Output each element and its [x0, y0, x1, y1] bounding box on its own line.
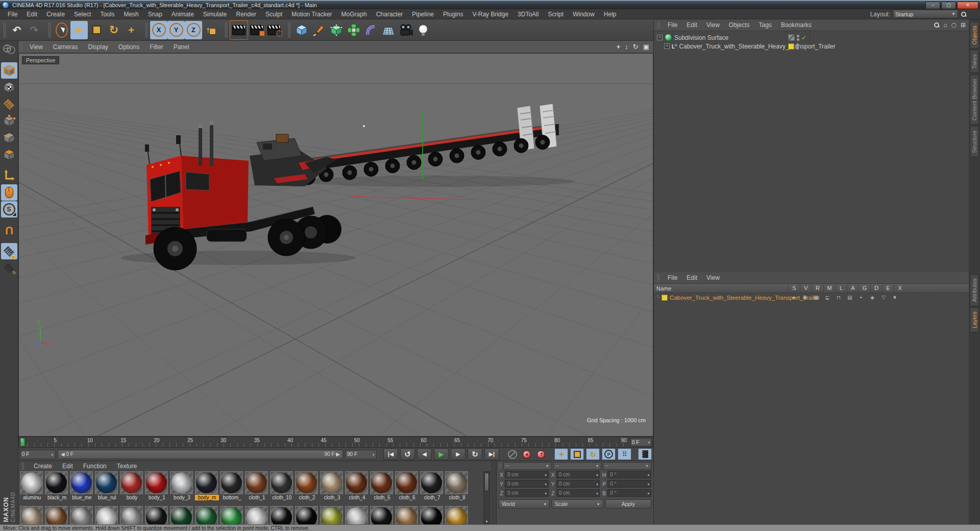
coordinate-system-icon[interactable]: ↑: [202, 21, 219, 39]
tab-structure[interactable]: Structure: [970, 126, 979, 157]
material-row2-4[interactable]: [120, 506, 144, 525]
menu-item-pipeline[interactable]: Pipeline: [407, 10, 438, 19]
menu-item-snap[interactable]: Snap: [143, 10, 167, 19]
material-body-3[interactable]: body_3: [170, 471, 194, 505]
previous-frame-icon[interactable]: ◀: [417, 448, 432, 460]
material-cloth-7[interactable]: cloth_7: [420, 471, 444, 505]
mat-menu-item-texture[interactable]: Texture: [112, 462, 142, 470]
vp-menu-item-display[interactable]: Display: [83, 42, 113, 52]
size-y-field[interactable]: 0 cm▲▼: [556, 480, 600, 488]
visibility-dots-icon[interactable]: [797, 35, 799, 41]
range-end-field[interactable]: 90 F▲▼: [345, 450, 377, 459]
record-rotation-icon[interactable]: ↻: [586, 448, 600, 460]
minimize-button[interactable]: –: [925, 2, 940, 9]
next-frame-icon[interactable]: ▶: [451, 448, 465, 460]
edges-mode-icon[interactable]: [1, 130, 17, 146]
lock-x-axis-icon[interactable]: X: [150, 21, 167, 39]
range-start-field[interactable]: 0 F▲▼: [20, 450, 56, 459]
enabled-check-icon[interactable]: ✓: [801, 34, 806, 41]
material-cloth-4[interactable]: cloth_4: [345, 471, 369, 505]
menu-item-plugins[interactable]: Plugins: [438, 10, 468, 19]
material-cloth-8[interactable]: cloth_8: [445, 471, 469, 505]
tab-attributes[interactable]: Attributes: [970, 274, 979, 306]
scale-tool-icon[interactable]: [88, 21, 105, 39]
vp-menu-item-panel[interactable]: Panel: [168, 42, 194, 52]
lock-y-axis-icon[interactable]: Y: [167, 21, 185, 39]
light-icon[interactable]: [414, 21, 432, 39]
layer-view-icon[interactable]: ◉: [799, 293, 811, 302]
menu-item-create[interactable]: Create: [42, 10, 69, 19]
viewport-pan-icon[interactable]: +: [617, 43, 621, 50]
keyframe-presets-icon[interactable]: [638, 448, 652, 460]
layer-generators-icon[interactable]: +: [855, 293, 867, 302]
position-x-field[interactable]: 0 cm▲▼: [505, 471, 549, 478]
rotation-h-field[interactable]: 0 °▲▼: [607, 471, 651, 478]
name-column-header[interactable]: Name: [656, 285, 671, 292]
lm-menu-item-view[interactable]: View: [702, 273, 724, 282]
menu-item-file[interactable]: File: [3, 10, 22, 19]
title-bar[interactable]: CINEMA 4D R17.016 Studio (R17) - [Cabove…: [0, 0, 980, 9]
om-search-icon[interactable]: [934, 22, 940, 28]
material-cloth-10[interactable]: cloth_10: [270, 471, 294, 505]
material-row2-17[interactable]: [445, 506, 469, 525]
material-aluminu[interactable]: aluminu: [20, 471, 44, 505]
next-key-icon[interactable]: ↻: [468, 448, 482, 460]
material-body[interactable]: body: [120, 471, 144, 505]
material-cloth-1[interactable]: cloth_1: [245, 471, 269, 505]
om-menu-item-edit[interactable]: Edit: [682, 20, 702, 30]
deformers-icon[interactable]: [362, 21, 380, 39]
layer-manager-icon[interactable]: ⊑: [822, 293, 833, 302]
object-row-cabover-truck[interactable]: + L0 Cabover_Truck_with_Steerable_Heavy_…: [654, 42, 969, 51]
add-cube-icon[interactable]: [293, 21, 310, 39]
menu-item-v-ray-bridge[interactable]: V-Ray Bridge: [468, 10, 513, 19]
draw-spline-icon[interactable]: [310, 21, 328, 39]
material-blue-rul[interactable]: blue_rul: [95, 471, 119, 505]
om-add-icon[interactable]: ⊞: [961, 21, 966, 29]
visibility-dots-icon[interactable]: [796, 43, 799, 50]
menu-item-window[interactable]: Window: [568, 10, 599, 19]
workplane-orientation-icon[interactable]: ↻: [1, 260, 17, 276]
polygons-mode-icon[interactable]: [1, 147, 17, 163]
coordinate-space-select[interactable]: World▼: [499, 499, 550, 509]
material-row2-0[interactable]: [20, 506, 44, 525]
maximize-button[interactable]: ▢: [941, 2, 956, 9]
expand-icon[interactable]: +: [657, 35, 663, 40]
recent-tool-icon[interactable]: +: [122, 21, 140, 39]
material-row2-7[interactable]: [195, 506, 219, 525]
material-cloth-3[interactable]: cloth_3: [320, 471, 344, 505]
camera-icon[interactable]: [397, 21, 414, 39]
menu-item-render[interactable]: Render: [232, 10, 261, 19]
view-label[interactable]: Perspective: [22, 56, 59, 64]
menu-item-3dtoall[interactable]: 3DToAll: [513, 10, 543, 19]
om-menu-item-file[interactable]: File: [663, 20, 682, 30]
om-path-up-icon[interactable]: ⌂: [944, 21, 947, 29]
object-row-subdivision-surface[interactable]: + Subdivision Surface ✓: [654, 33, 969, 42]
coord-header-3[interactable]: --▼: [603, 462, 651, 470]
menu-item-animate[interactable]: Animate: [167, 10, 199, 19]
redo-icon[interactable]: ↷: [26, 21, 43, 39]
object-name[interactable]: Cabover_Truck_with_Steerable_Heavy_Trans…: [679, 43, 836, 50]
lock-z-axis-icon[interactable]: Z: [185, 21, 202, 39]
material-row2-10[interactable]: [270, 506, 294, 525]
material-cloth-2[interactable]: cloth_2: [295, 471, 319, 505]
coord-header-2[interactable]: --▼: [553, 462, 602, 470]
autokey-help-icon[interactable]: ?: [535, 449, 547, 460]
mat-menu-item-edit[interactable]: Edit: [57, 462, 78, 470]
vp-menu-item-options[interactable]: Options: [113, 42, 144, 52]
layer-render-icon[interactable]: ▦: [811, 293, 822, 302]
layer-color-icon[interactable]: [788, 43, 794, 50]
rotate-tool-icon[interactable]: ↻: [105, 21, 122, 39]
make-editable-icon[interactable]: [1, 41, 17, 58]
menu-item-simulate[interactable]: Simulate: [199, 10, 232, 19]
generators-icon[interactable]: [345, 21, 362, 39]
material-row2-13[interactable]: [345, 506, 369, 525]
material-row2-16[interactable]: [420, 506, 444, 525]
record-scale-icon[interactable]: [570, 448, 584, 460]
menu-item-character[interactable]: Character: [372, 10, 408, 19]
record-parameter-icon[interactable]: P: [602, 448, 616, 460]
search-icon[interactable]: [961, 11, 967, 17]
rotation-p-field[interactable]: 0 °▲▼: [607, 480, 651, 488]
live-selection-icon[interactable]: [53, 21, 70, 39]
subdivision-surface-icon[interactable]: [328, 21, 345, 39]
material-row2-14[interactable]: [370, 506, 394, 525]
